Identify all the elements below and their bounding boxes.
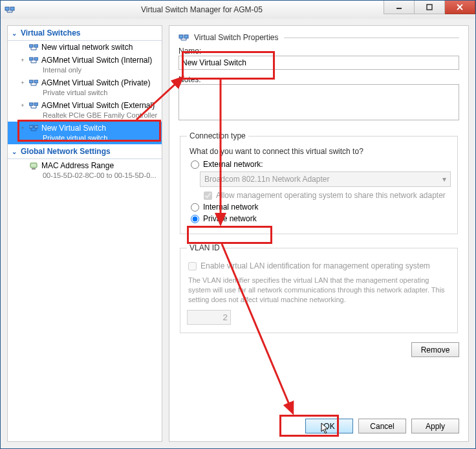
tree-item-sub: Internal only xyxy=(19,65,159,75)
vlan-enable-checkbox xyxy=(188,262,197,270)
ok-button[interactable]: OK xyxy=(305,419,353,433)
svg-rect-19 xyxy=(29,80,33,83)
tree-item-label: MAC Address Range xyxy=(41,161,114,171)
properties-header: Virtual Switch Properties xyxy=(178,32,459,43)
switch-icon xyxy=(28,42,39,52)
expander-icon[interactable]: + xyxy=(19,56,26,65)
svg-rect-15 xyxy=(34,58,38,60)
allow-mgmt-checkbox-row: Allow management operating system to sha… xyxy=(204,191,451,200)
tree-header-label: Virtual Switches xyxy=(21,28,80,38)
expander-icon[interactable]: + xyxy=(19,78,26,88)
tree-item-switch[interactable]: +New Virtual SwitchPrivate virtual switc… xyxy=(8,122,162,144)
remove-button[interactable]: Remove xyxy=(411,342,459,357)
svg-rect-14 xyxy=(29,58,33,60)
svg-rect-34 xyxy=(30,163,37,168)
svg-rect-35 xyxy=(32,168,36,170)
svg-rect-30 xyxy=(34,126,38,128)
notes-textarea[interactable] xyxy=(178,84,459,120)
switch-icon xyxy=(28,123,39,133)
tree-item-switch[interactable]: New virtual network switch xyxy=(8,41,162,54)
chevron-down-icon: ▾ xyxy=(442,175,446,184)
content-area: ⌄ Virtual Switches New virtual network s… xyxy=(1,19,475,448)
connection-type-group: Connection type What do you want to conn… xyxy=(180,131,458,234)
tree-item-sub: 00-15-5D-02-8C-00 to 00-15-5D-0... xyxy=(19,171,159,181)
notes-label: Notes: xyxy=(178,75,459,84)
tree-item-sub: Private virtual switch xyxy=(19,133,159,143)
minimize-button[interactable] xyxy=(384,1,415,14)
svg-rect-6 xyxy=(427,5,432,10)
svg-rect-36 xyxy=(179,35,183,38)
connection-type-legend: Connection type xyxy=(187,131,248,140)
tree-item-sub: Private virtual switch xyxy=(19,88,159,98)
radio-external[interactable]: External network: xyxy=(191,160,451,169)
tree-item-switch[interactable]: +AGMnet Virtual Switch (Private)Private … xyxy=(8,76,162,99)
radio-internal[interactable]: Internal network xyxy=(191,203,451,212)
radio-private[interactable]: Private network xyxy=(191,214,451,223)
connection-question: What do you want to connect this virtual… xyxy=(189,147,451,156)
vlan-enable-row: Enable virtual LAN identification for ma… xyxy=(188,261,451,270)
switch-icon xyxy=(178,32,189,43)
tree-item-switch[interactable]: +AGMnet Virtual Switch (Internal)Interna… xyxy=(8,54,162,76)
allow-mgmt-label: Allow management operating system to sha… xyxy=(216,191,446,200)
svg-rect-29 xyxy=(29,126,33,128)
svg-rect-24 xyxy=(29,103,33,105)
chevron-down-icon: ⌄ xyxy=(12,30,17,37)
window-frame: Virtual Switch Manager for AGM-05 ⌄ Virt… xyxy=(0,0,476,449)
vlan-legend: VLAN ID xyxy=(187,243,222,252)
tree-item-label: New Virtual Switch xyxy=(41,124,106,133)
properties-panel: Virtual Switch Properties Name: Notes: C… xyxy=(169,25,469,442)
apply-button[interactable]: Apply xyxy=(411,419,459,433)
name-label: Name: xyxy=(178,47,459,56)
svg-rect-0 xyxy=(5,7,9,10)
radio-private-label: Private network xyxy=(203,214,257,223)
svg-rect-9 xyxy=(29,45,33,47)
svg-rect-25 xyxy=(34,103,38,105)
tree-header-switches[interactable]: ⌄ Virtual Switches xyxy=(8,26,162,41)
nic-icon xyxy=(28,160,39,171)
close-button[interactable] xyxy=(445,1,475,14)
tree-header-global[interactable]: ⌄ Global Network Settings xyxy=(8,144,162,159)
radio-external-input[interactable] xyxy=(191,160,199,169)
tree-item-sub: Realtek PCIe GBE Family Controller xyxy=(19,111,159,120)
cancel-button[interactable]: Cancel xyxy=(358,419,406,433)
switch-icon xyxy=(28,78,39,88)
app-icon xyxy=(5,5,15,15)
radio-internal-label: Internal network xyxy=(203,203,258,212)
svg-rect-37 xyxy=(184,35,188,38)
adapter-value: Broadcom 802.11n Network Adapter xyxy=(204,175,329,184)
tree-header-label: Global Network Settings xyxy=(21,147,111,156)
maximize-button[interactable] xyxy=(415,1,445,14)
expander-icon[interactable]: + xyxy=(19,101,26,111)
switch-icon xyxy=(28,100,39,111)
svg-rect-1 xyxy=(10,7,14,10)
chevron-down-icon: ⌄ xyxy=(12,148,17,155)
svg-rect-10 xyxy=(34,45,38,47)
titlebar: Virtual Switch Manager for AGM-05 xyxy=(1,1,475,19)
adapter-dropdown: Broadcom 802.11n Network Adapter ▾ xyxy=(200,171,451,187)
vlan-help-text: The VLAN identifier specifies the virtua… xyxy=(188,276,449,305)
name-input[interactable] xyxy=(178,56,459,70)
expander-icon[interactable]: + xyxy=(19,124,26,133)
svg-rect-20 xyxy=(34,80,38,83)
vlan-enable-label: Enable virtual LAN identification for ma… xyxy=(200,261,430,270)
nav-tree: ⌄ Virtual Switches New virtual network s… xyxy=(7,25,162,442)
allow-mgmt-checkbox xyxy=(204,192,212,200)
tree-item-label: AGMnet Virtual Switch (Internal) xyxy=(41,56,152,65)
vlan-group: VLAN ID Enable virtual LAN identificatio… xyxy=(180,243,458,333)
radio-internal-input[interactable] xyxy=(191,203,199,212)
tree-item-switch[interactable]: +AGMnet Virtual Switch (External)Realtek… xyxy=(8,99,162,122)
window-buttons xyxy=(384,1,475,14)
vlan-id-input xyxy=(187,310,231,325)
tree-item-label: AGMnet Virtual Switch (Private) xyxy=(41,78,151,88)
dialog-buttons: OK Cancel Apply xyxy=(305,419,459,433)
tree-item-mac-range[interactable]: MAC Address Range 00-15-5D-02-8C-00 to 0… xyxy=(8,159,162,182)
radio-external-label: External network: xyxy=(203,160,263,169)
radio-private-input[interactable] xyxy=(191,215,199,223)
switch-icon xyxy=(28,55,39,65)
properties-title: Virtual Switch Properties xyxy=(194,33,279,42)
tree-item-label: New virtual network switch xyxy=(41,43,133,52)
tree-item-label: AGMnet Virtual Switch (External) xyxy=(41,101,155,111)
